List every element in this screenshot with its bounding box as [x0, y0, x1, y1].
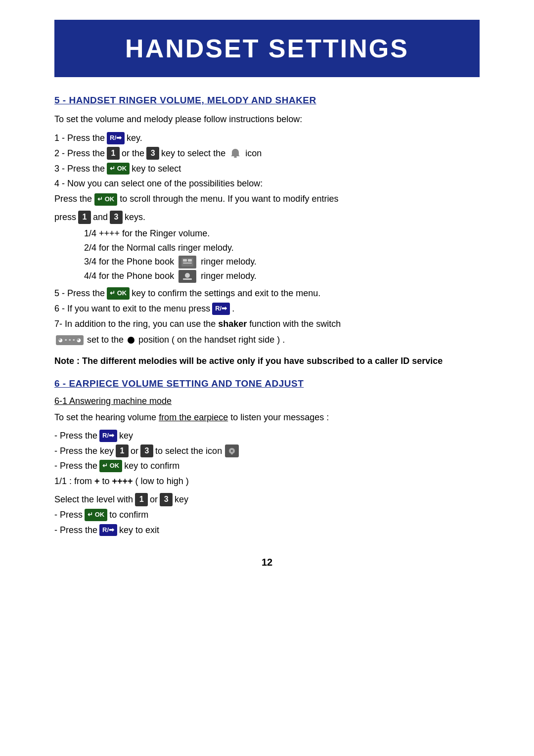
key-3-scroll: 3 [110, 211, 123, 223]
scroll-keys: keys. [125, 210, 145, 224]
key-1-select: 1 [135, 493, 148, 506]
indent-4: 4/4 for the Phone book ringer melody. [84, 269, 480, 283]
r-key-step6: R/➡ [212, 303, 230, 315]
step-2: 2 - Press the 1 or the 3 key to select t… [54, 146, 480, 161]
key-3-s6: 3 [140, 445, 153, 457]
s6-step-2: - Press the key 1 or 3 to select the ico… [54, 444, 480, 458]
svg-rect-0 [234, 156, 237, 158]
s6-level: 1/1 : from + to ++++ ( low to high ) [54, 474, 480, 489]
section6-intro-text: To set the hearing volume [54, 412, 159, 422]
shaker-line: ◕ ⚬⚬⚬ ◕ set to the position ( on the han… [54, 333, 480, 347]
step-4: 4 - Now you can select one of the possib… [54, 177, 480, 191]
s6-step-confirm: - Press ↵ OK to confirm [54, 508, 480, 522]
svg-rect-1 [181, 258, 193, 267]
step1-post: key. [127, 131, 142, 145]
step-1: 1 - Press the R/➡ key. [54, 131, 480, 145]
step2-pre: 2 - Press the [54, 146, 105, 161]
svg-point-9 [231, 450, 233, 452]
step7-pre: 7- In addition to the ring, you can use … [54, 317, 341, 331]
step4-text: 4 - Now you can select one of the possib… [54, 177, 263, 191]
underline-earpiece: from the earpiece [159, 412, 228, 422]
section6-intro: To set the hearing volume from the earpi… [54, 410, 480, 425]
dot-position-icon [128, 337, 134, 344]
step1-num: 1 - Press the [54, 131, 105, 145]
scroll-and: and [93, 210, 108, 224]
page-number: 12 [54, 557, 480, 568]
section5-intro: To set the volume and melody please foll… [54, 113, 480, 126]
s6-step-1: - Press the R/➡ key [54, 429, 480, 443]
ok-key-step3: ↵ OK [107, 163, 130, 175]
step2-mid: or the [122, 146, 144, 161]
svg-rect-3 [188, 259, 192, 262]
svg-rect-2 [183, 259, 187, 262]
note-text: Note : The different melodies will be ac… [54, 356, 443, 366]
ok-key-scroll: ↵ OK [94, 193, 117, 206]
earpiece-icon [225, 445, 239, 457]
indent-3-post: ringer melody. [201, 255, 257, 269]
s6-select: Select the level with 1 or 3 key [54, 492, 480, 507]
step-7: 7- In addition to the ring, you can use … [54, 317, 480, 331]
step6-pre: 6 - If you want to exit to the menu pres… [54, 302, 210, 316]
r-key-s6-1: R/➡ [99, 430, 117, 442]
step-3: 3 - Press the ↵ OK key to select [54, 162, 480, 176]
shaker-switch-icon: ◕ ⚬⚬⚬ ◕ [56, 335, 84, 345]
section6-intro-post: to listen your messages : [228, 412, 329, 422]
key-3-step2: 3 [146, 147, 159, 160]
step6-post: . [232, 302, 234, 316]
indent-3: 3/4 for the Phone book ringer melody. [84, 255, 480, 269]
step5-pre: 5 - Press the [54, 286, 105, 301]
scroll-para: Press the ↵ OK to scroll through the men… [54, 192, 480, 206]
key-3-select: 3 [160, 493, 173, 506]
indent-4-text: 4/4 for the Phone book [84, 269, 174, 283]
bell-icon [229, 148, 242, 159]
section6-title: 6 - EARPIECE VOLUME SETTING AND TONE ADJ… [54, 378, 480, 389]
indent-1: 1/4 ++++ for the Ringer volume. [84, 226, 480, 241]
shaker-pre: set to the [87, 333, 124, 347]
shaker-post: position ( on the handset right side ) . [138, 333, 285, 347]
page-title: HANDSET SETTINGS [54, 34, 480, 63]
subsection-title: 6-1 Answering machine mode [54, 396, 480, 406]
scroll-mid: to scroll through the menu. If you want … [120, 194, 338, 204]
step3-pre: 3 - Press the [54, 162, 105, 176]
step2-icon-text: icon [245, 146, 262, 161]
ok-key-step5: ↵ OK [107, 287, 130, 300]
s6-step-3: - Press the ↵ OK key to confirm [54, 459, 480, 473]
s6-step-exit: - Press the R/➡ key to exit [54, 523, 480, 537]
phonebook-icon-2 [178, 270, 196, 283]
indent-3-text: 3/4 for the Phone book [84, 255, 174, 269]
svg-point-6 [185, 273, 190, 278]
scroll-pre: Press the [54, 194, 94, 204]
indent-items: 1/4 ++++ for the Ringer volume. 2/4 for … [84, 226, 480, 283]
ok-key-s6: ↵ OK [99, 460, 122, 472]
page: HANDSET SETTINGS 5 - HANDSET RINGER VOLU… [44, 0, 490, 598]
indent-4-post: ringer melody. [201, 269, 257, 283]
r-key-1: R/➡ [107, 132, 125, 144]
key-1-step2: 1 [107, 147, 120, 160]
step-5: 5 - Press the ↵ OK key to confirm the se… [54, 286, 480, 301]
section5-title: 5 - HANDSET RINGER VOLUME, MELODY AND SH… [54, 95, 480, 106]
header-banner: HANDSET SETTINGS [54, 20, 480, 77]
level-text: 1/1 : from + to ++++ ( low to high ) [54, 476, 189, 486]
indent-2: 2/4 for the Normal calls ringer melody. [84, 241, 480, 255]
ok-key-confirm: ↵ OK [85, 509, 107, 521]
step2-post: key to select the [161, 146, 225, 161]
phonebook-icon-1 [178, 256, 196, 268]
r-key-exit: R/➡ [99, 524, 117, 536]
scroll-press: press [54, 210, 76, 224]
step-6: 6 - If you want to exit to the menu pres… [54, 302, 480, 316]
svg-rect-4 [183, 263, 192, 264]
key-1-s6: 1 [116, 445, 129, 457]
key-1-scroll: 1 [78, 211, 91, 223]
note-block: Note : The different melodies will be ac… [54, 354, 480, 368]
step5-post: key to confirm the settings and exit to … [132, 286, 320, 301]
step3-post: key to select [132, 162, 181, 176]
scroll-press-line: press 1 and 3 keys. [54, 210, 480, 224]
svg-rect-7 [183, 278, 192, 280]
